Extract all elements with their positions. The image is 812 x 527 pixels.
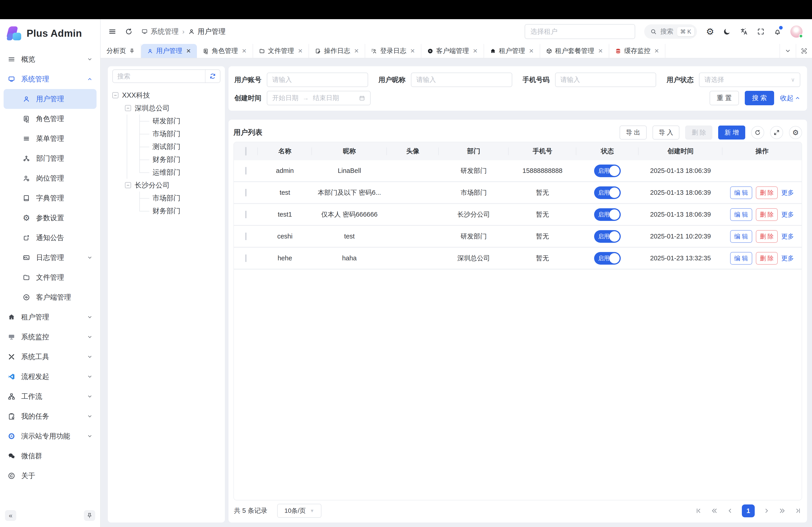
delete-button[interactable]: 删 除 (685, 125, 712, 139)
tree-node-test-dept[interactable]: 测试部门 (112, 140, 220, 153)
sidebar-item-user-mgmt[interactable]: 用户管理 (4, 89, 97, 109)
fullscreen-icon[interactable] (757, 28, 765, 35)
first-page-button[interactable] (695, 507, 702, 514)
close-icon[interactable]: ✕ (529, 48, 534, 55)
select-all-checkbox[interactable] (245, 147, 247, 155)
more-link[interactable]: 更多 (781, 189, 794, 197)
status-toggle[interactable]: 启用 (594, 230, 621, 243)
tab-operation-log[interactable]: 操作日志 ✕ (309, 44, 365, 58)
sidebar-item-system-monitor[interactable]: 系统监控 (4, 327, 97, 347)
sidebar-item-param-settings[interactable]: ⚙ 参数设置 (4, 208, 97, 228)
forward-5-pages-button[interactable] (779, 507, 786, 514)
reset-button[interactable]: 重 置 (710, 91, 739, 105)
tree-node-finance-dept[interactable]: 财务部门 (112, 153, 220, 166)
sidebar-item-role-mgmt[interactable]: 角色管理 (4, 109, 97, 129)
search-button[interactable]: 搜 索 (745, 91, 774, 105)
tree-node-rd-dept[interactable]: 研发部门 (112, 115, 220, 127)
delete-row-button[interactable]: 删 除 (756, 230, 778, 243)
sidebar-item-file-mgmt[interactable]: 文件管理 (4, 268, 97, 287)
edit-button[interactable]: 编 辑 (730, 186, 752, 199)
tree-node-market-dept[interactable]: 市场部门 (112, 127, 220, 140)
notifications-bell[interactable] (774, 28, 781, 35)
close-icon[interactable]: ✕ (473, 48, 478, 55)
status-toggle[interactable]: 启用 (594, 252, 621, 265)
tree-refresh-button[interactable] (205, 70, 220, 82)
tab-tenant-mgmt[interactable]: 租户管理 ✕ (484, 44, 540, 58)
export-button[interactable]: 导 出 (620, 125, 647, 139)
close-icon[interactable]: ✕ (598, 48, 603, 55)
tree-collapse-box[interactable]: − (125, 182, 131, 188)
status-toggle[interactable]: 启用 (594, 165, 621, 177)
tree-node-cs-market-dept[interactable]: 市场部门 (112, 192, 220, 205)
row-checkbox[interactable] (245, 167, 247, 175)
dark-mode-moon-icon[interactable] (723, 28, 731, 35)
sidebar-item-wechat-group[interactable]: 微信群 (4, 446, 97, 466)
tenant-select[interactable]: 选择租户 (525, 24, 635, 39)
close-icon[interactable]: ✕ (654, 48, 659, 55)
last-page-button[interactable] (794, 507, 801, 514)
close-icon[interactable]: ✕ (354, 48, 359, 55)
close-icon[interactable]: ✕ (242, 48, 247, 55)
row-checkbox[interactable] (245, 189, 247, 196)
sidebar-item-workflow[interactable]: 工作流 (4, 387, 97, 406)
sidebar-collapse-button[interactable]: « (5, 510, 16, 521)
sidebar-pin-button[interactable] (84, 510, 95, 521)
breadcrumb-system-mgmt[interactable]: 系统管理 (141, 27, 179, 36)
tree-collapse-box[interactable]: − (125, 105, 131, 111)
close-icon[interactable]: ✕ (298, 48, 303, 55)
sidebar-item-client-mgmt[interactable]: 客户端管理 (4, 287, 97, 307)
sidebar-item-dept-mgmt[interactable]: 部门管理 (4, 149, 97, 168)
tree-collapse-box[interactable]: − (112, 92, 118, 98)
close-icon[interactable]: ✕ (186, 48, 191, 55)
status-select[interactable]: 请选择 ∨ (699, 73, 800, 87)
tab-login-log[interactable]: 登录日志 ✕ (365, 44, 421, 58)
tree-node-company[interactable]: − XXX科技 (112, 89, 220, 102)
tree-node-shenzhen-hq[interactable]: − 深圳总公司 (112, 102, 220, 115)
refresh-icon[interactable] (125, 28, 133, 35)
tree-node-ops-dept[interactable]: 运维部门 (112, 166, 220, 179)
delete-row-button[interactable]: 删 除 (756, 208, 778, 221)
tree-node-changsha-branch[interactable]: − 长沙分公司 (112, 179, 220, 192)
sidebar-item-process-start[interactable]: 流程发起 (4, 367, 97, 387)
edit-button[interactable]: 编 辑 (730, 208, 752, 221)
tab-analysis[interactable]: 分析页 (101, 44, 141, 58)
tab-list-dropdown-button[interactable] (780, 44, 796, 58)
sidebar-item-menu-mgmt[interactable]: 菜单管理 (4, 129, 97, 149)
sidebar-item-log-mgmt[interactable]: 日志管理 (4, 248, 97, 268)
tab-cache-monitor[interactable]: 缓存监控 ✕ (609, 44, 665, 58)
pin-icon[interactable] (129, 48, 135, 54)
breadcrumb-user-mgmt[interactable]: 用户管理 (188, 27, 226, 36)
sidebar-item-system-tools[interactable]: 系统工具 (4, 347, 97, 367)
table-settings-button[interactable]: ⚙ (789, 126, 802, 139)
prev-page-button[interactable] (726, 507, 733, 514)
page-size-select[interactable]: 10条/页 ▼ (277, 504, 321, 518)
more-link[interactable]: 更多 (781, 232, 794, 241)
close-icon[interactable]: ✕ (410, 48, 415, 55)
delete-row-button[interactable]: 删 除 (756, 186, 778, 199)
tab-user-mgmt[interactable]: 用户管理 ✕ (141, 44, 197, 58)
user-avatar[interactable] (791, 26, 802, 37)
sidebar-item-demo-features[interactable]: 演示站专用功能 (4, 426, 97, 446)
sidebar-item-overview[interactable]: 概览 (4, 49, 97, 69)
sidebar-item-dict-mgmt[interactable]: 字典管理 (4, 188, 97, 208)
sidebar-item-tenant-mgmt[interactable]: 租户管理 (4, 307, 97, 327)
tab-client-mgmt[interactable]: 客户端管理 ✕ (421, 44, 484, 58)
account-input[interactable]: 请输入 (267, 73, 368, 87)
next-page-button[interactable] (763, 507, 770, 514)
import-button[interactable]: 导 入 (653, 125, 680, 139)
tab-file-mgmt[interactable]: 文件管理 ✕ (253, 44, 309, 58)
collapse-filter-link[interactable]: 收起 (780, 93, 800, 103)
table-refresh-button[interactable] (751, 126, 764, 139)
created-date-range[interactable]: 开始日期 → 结束日期 (267, 91, 371, 105)
back-5-pages-button[interactable] (711, 507, 718, 514)
hamburger-menu-icon[interactable] (108, 28, 116, 35)
add-button[interactable]: 新 增 (718, 125, 745, 139)
sidebar-item-notice[interactable]: 通知公告 (4, 228, 97, 248)
page-number-current[interactable]: 1 (742, 505, 755, 517)
table-fullscreen-button[interactable] (770, 126, 783, 139)
status-toggle[interactable]: 启用 (594, 208, 621, 221)
global-search[interactable]: 搜索 ⌘ K (644, 24, 697, 39)
edit-button[interactable]: 编 辑 (730, 252, 752, 265)
more-link[interactable]: 更多 (781, 210, 794, 219)
tab-role-mgmt[interactable]: 角色管理 ✕ (197, 44, 253, 58)
